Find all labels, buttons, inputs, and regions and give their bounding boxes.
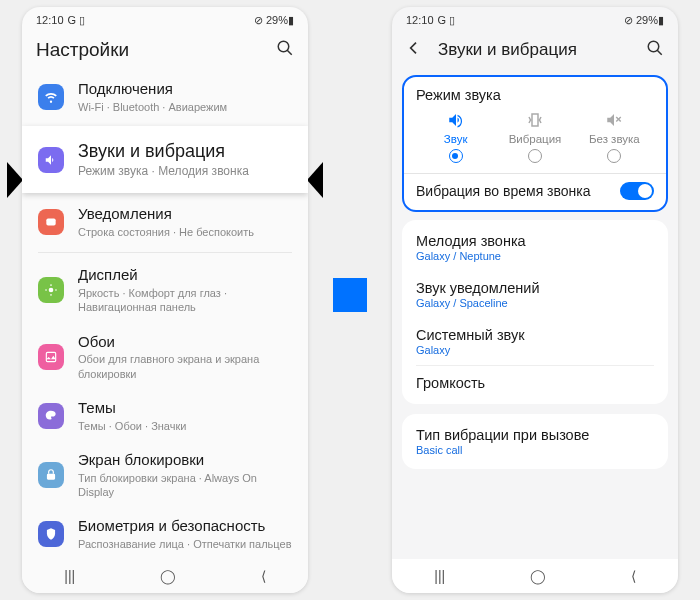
item-title: Дисплей: [78, 266, 292, 285]
connector-block: [333, 278, 367, 312]
nav-back[interactable]: ⟨: [631, 568, 636, 584]
wallpaper-icon: [38, 344, 64, 370]
list-item-themes[interactable]: Темы Темы · Обои · Значки: [22, 390, 308, 442]
item-title: Биометрия и безопасность: [78, 517, 292, 536]
mode-sound[interactable]: Звук: [416, 111, 495, 163]
mode-label: Вибрация: [509, 133, 562, 145]
setting-subtitle: Galaxy / Neptune: [416, 250, 654, 262]
item-subtitle: Распознавание лица · Отпечатки пальцев: [78, 537, 292, 551]
svg-rect-9: [47, 474, 55, 480]
status-bar: 12:10 G ▯ ⊘ 29%▮: [392, 7, 678, 33]
list-item-notifications[interactable]: Уведомления Строка состояния · Не беспок…: [22, 196, 308, 248]
setting-ringtone[interactable]: Мелодия звонка Galaxy / Neptune: [402, 224, 668, 271]
back-icon[interactable]: [406, 40, 426, 60]
setting-subtitle: Basic call: [416, 444, 654, 456]
search-icon[interactable]: [642, 39, 664, 61]
highlight-arrow-right: [307, 162, 323, 198]
item-title: Темы: [78, 399, 292, 418]
biometrics-icon: [38, 521, 64, 547]
phone-sounds-screen: 12:10 G ▯ ⊘ 29%▮ Звуки и вибрация Режим …: [392, 7, 678, 593]
sound-icon: [38, 147, 64, 173]
nav-recent[interactable]: |||: [434, 568, 445, 584]
setting-title: Звук уведомлений: [416, 280, 654, 296]
svg-line-11: [657, 50, 662, 55]
mode-vibrate[interactable]: Вибрация: [495, 111, 574, 163]
status-icons-left: G ▯: [438, 14, 456, 27]
list-item-sounds[interactable]: Звуки и вибрация Режим звука · Мелодия з…: [22, 126, 308, 193]
item-title: Звуки и вибрация: [78, 140, 292, 163]
nav-bar: ||| ◯ ⟨: [392, 559, 678, 593]
highlight-arrow-left: [7, 162, 23, 198]
svg-point-10: [648, 41, 659, 52]
display-icon: [38, 277, 64, 303]
nav-home[interactable]: ◯: [160, 568, 176, 584]
mode-selector: Звук Вибрация Без звука: [416, 111, 654, 163]
list-item-biometrics[interactable]: Биометрия и безопасность Распознавание л…: [22, 508, 308, 560]
svg-rect-8: [46, 352, 55, 361]
item-subtitle: Wi-Fi · Bluetooth · Авиарежим: [78, 100, 292, 114]
item-subtitle: Режим звука · Мелодия звонка: [78, 164, 292, 180]
header: Настройки: [22, 33, 308, 71]
radio-selected[interactable]: [449, 149, 463, 163]
nav-home[interactable]: ◯: [530, 568, 546, 584]
setting-volume[interactable]: Громкость: [402, 366, 668, 400]
lock-icon: [38, 462, 64, 488]
setting-system-sound[interactable]: Системный звук Galaxy: [402, 318, 668, 365]
status-icons-right: ⊘ 29%▮: [254, 14, 294, 27]
status-icons-right: ⊘ 29%▮: [624, 14, 664, 27]
setting-title: Громкость: [416, 375, 654, 391]
list-item-connections[interactable]: Подключения Wi-Fi · Bluetooth · Авиарежи…: [22, 71, 308, 123]
divider: [404, 173, 666, 174]
notification-icon: [38, 209, 64, 235]
setting-title: Мелодия звонка: [416, 233, 654, 249]
radio-unselected[interactable]: [528, 149, 542, 163]
wifi-icon: [38, 84, 64, 110]
header: Звуки и вибрация: [392, 33, 678, 71]
sound-settings-block-2: Тип вибрации при вызове Basic call: [402, 414, 668, 469]
setting-title: Тип вибрации при вызове: [416, 427, 654, 443]
setting-notification-sound[interactable]: Звук уведомлений Galaxy / Spaceline: [402, 271, 668, 318]
list-item-lockscreen[interactable]: Экран блокировки Тип блокировки экрана ·…: [22, 442, 308, 508]
item-title: Экран блокировки: [78, 451, 292, 470]
nav-back[interactable]: ⟨: [261, 568, 266, 584]
sound-settings-block-1: Мелодия звонка Galaxy / Neptune Звук уве…: [402, 220, 668, 404]
item-subtitle: Строка состояния · Не беспокоить: [78, 225, 292, 239]
vibrate-icon: [526, 111, 544, 129]
page-title: Звуки и вибрация: [438, 40, 642, 60]
list-item-display[interactable]: Дисплей Яркость · Комфорт для глаз · Нав…: [22, 257, 308, 323]
item-subtitle: Яркость · Комфорт для глаз · Навигационн…: [78, 286, 292, 315]
setting-vibration-pattern[interactable]: Тип вибрации при вызове Basic call: [402, 418, 668, 465]
panel-title: Режим звука: [416, 87, 654, 103]
svg-line-1: [287, 50, 292, 55]
mute-icon: [605, 111, 623, 129]
status-icons-left: G ▯: [68, 14, 86, 27]
nav-bar: ||| ◯ ⟨: [22, 559, 308, 593]
list-item-wallpaper[interactable]: Обои Обои для главного экрана и экрана б…: [22, 324, 308, 390]
sound-mode-panel: Режим звука Звук Вибрация Без з: [402, 75, 668, 212]
mode-label: Без звука: [589, 133, 640, 145]
status-time: 12:10: [36, 14, 64, 26]
nav-recent[interactable]: |||: [64, 568, 75, 584]
toggle-switch-on[interactable]: [620, 182, 654, 200]
vibrate-while-ringing-row[interactable]: Вибрация во время звонка: [416, 182, 654, 200]
svg-point-3: [49, 288, 54, 293]
svg-point-0: [278, 41, 289, 52]
sound-on-icon: [447, 111, 465, 129]
phone-settings-main: 12:10 G ▯ ⊘ 29%▮ Настройки Подключения W…: [22, 7, 308, 593]
item-subtitle: Обои для главного экрана и экрана блокир…: [78, 352, 292, 381]
setting-title: Системный звук: [416, 327, 654, 343]
settings-list: Подключения Wi-Fi · Bluetooth · Авиарежи…: [22, 71, 308, 560]
setting-subtitle: Galaxy: [416, 344, 654, 356]
item-subtitle: Темы · Обои · Значки: [78, 419, 292, 433]
radio-unselected[interactable]: [607, 149, 621, 163]
toggle-label: Вибрация во время звонка: [416, 183, 591, 199]
page-title: Настройки: [36, 39, 272, 61]
item-title: Уведомления: [78, 205, 292, 224]
themes-icon: [38, 403, 64, 429]
item-title: Обои: [78, 333, 292, 352]
mode-mute[interactable]: Без звука: [575, 111, 654, 163]
search-icon[interactable]: [272, 39, 294, 61]
status-time: 12:10: [406, 14, 434, 26]
item-title: Подключения: [78, 80, 292, 99]
divider: [38, 252, 292, 253]
